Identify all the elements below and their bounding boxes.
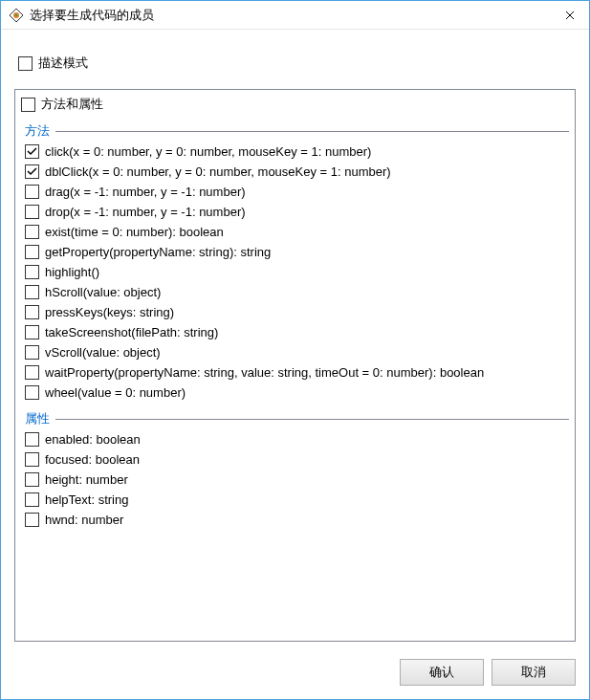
group-label: 属性 bbox=[25, 410, 50, 427]
list-item: wheel(value = 0: number) bbox=[25, 383, 569, 403]
item-label: wheel(value = 0: number) bbox=[45, 385, 186, 400]
close-icon bbox=[565, 11, 575, 20]
list-item: getProperty(propertyName: string): strin… bbox=[25, 242, 569, 262]
list-item: click(x = 0: number, y = 0: number, mous… bbox=[25, 142, 569, 162]
titlebar: 选择要生成代码的成员 bbox=[1, 1, 589, 30]
list-item: exist(time = 0: number): boolean bbox=[25, 222, 569, 242]
item-checkbox[interactable] bbox=[25, 164, 39, 179]
item-label: exist(time = 0: number): boolean bbox=[45, 225, 224, 239]
item-checkbox[interactable] bbox=[25, 365, 39, 380]
ok-button[interactable]: 确认 bbox=[400, 659, 484, 686]
group-label: 方法 bbox=[25, 122, 50, 140]
group-header: 属性 bbox=[25, 406, 569, 429]
item-label: helpText: string bbox=[45, 492, 128, 507]
list-item: takeScreenshot(filePath: string) bbox=[25, 322, 569, 342]
item-label: enabled: boolean bbox=[45, 432, 141, 447]
item-label: drag(x = -1: number, y = -1: number) bbox=[45, 185, 246, 199]
root-label: 方法和属性 bbox=[41, 96, 103, 113]
item-checkbox[interactable] bbox=[25, 472, 39, 487]
item-checkbox[interactable] bbox=[25, 144, 39, 159]
button-row: 确认 取消 bbox=[14, 642, 576, 686]
describe-mode-label: 描述模式 bbox=[38, 55, 88, 72]
item-checkbox[interactable] bbox=[25, 285, 39, 299]
item-checkbox[interactable] bbox=[25, 325, 39, 339]
item-checkbox[interactable] bbox=[25, 432, 39, 447]
list-item: height: number bbox=[25, 470, 569, 490]
close-button[interactable] bbox=[551, 1, 589, 30]
describe-mode-checkbox[interactable] bbox=[18, 56, 33, 71]
window-title: 选择要生成代码的成员 bbox=[30, 7, 551, 24]
group: 属性enabled: booleanfocused: booleanheight… bbox=[17, 403, 573, 530]
member-list[interactable]: 方法和属性 方法click(x = 0: number, y = 0: numb… bbox=[14, 89, 576, 642]
dialog-window: 选择要生成代码的成员 描述模式 方法和属性 方法click(x = 0: num… bbox=[0, 0, 590, 700]
group-header: 方法 bbox=[25, 119, 569, 142]
list-item: vScroll(value: object) bbox=[25, 342, 569, 362]
list-item: helpText: string bbox=[25, 490, 569, 510]
item-label: drop(x = -1: number, y = -1: number) bbox=[45, 205, 246, 219]
item-label: focused: boolean bbox=[45, 452, 140, 467]
cancel-button[interactable]: 取消 bbox=[492, 659, 576, 686]
list-item: highlight() bbox=[25, 262, 569, 282]
item-checkbox[interactable] bbox=[25, 305, 39, 319]
client-area: 描述模式 方法和属性 方法click(x = 0: number, y = 0:… bbox=[1, 30, 589, 699]
item-checkbox[interactable] bbox=[25, 345, 39, 360]
item-label: vScroll(value: object) bbox=[45, 345, 161, 360]
item-label: waitProperty(propertyName: string, value… bbox=[45, 365, 484, 380]
describe-mode-row: 描述模式 bbox=[18, 55, 576, 72]
item-label: takeScreenshot(filePath: string) bbox=[45, 325, 218, 339]
item-label: hScroll(value: object) bbox=[45, 285, 161, 299]
list-item: hScroll(value: object) bbox=[25, 282, 569, 302]
item-checkbox[interactable] bbox=[25, 513, 39, 527]
list-item: focused: boolean bbox=[25, 449, 569, 470]
item-label: dblClick(x = 0: number, y = 0: number, m… bbox=[45, 164, 391, 179]
list-item: dblClick(x = 0: number, y = 0: number, m… bbox=[25, 162, 569, 182]
list-item: drop(x = -1: number, y = -1: number) bbox=[25, 202, 569, 222]
item-checkbox[interactable] bbox=[25, 185, 39, 199]
item-checkbox[interactable] bbox=[25, 492, 39, 507]
list-item: pressKeys(keys: string) bbox=[25, 302, 569, 322]
item-checkbox[interactable] bbox=[25, 225, 39, 239]
item-checkbox[interactable] bbox=[25, 245, 39, 259]
svg-point-2 bbox=[15, 13, 17, 15]
item-checkbox[interactable] bbox=[25, 452, 39, 467]
group-rule bbox=[55, 131, 569, 132]
app-icon bbox=[9, 8, 24, 23]
item-label: height: number bbox=[45, 472, 128, 487]
item-label: highlight() bbox=[45, 265, 99, 279]
group-rule bbox=[55, 419, 569, 420]
item-label: getProperty(propertyName: string): strin… bbox=[45, 245, 271, 259]
item-checkbox[interactable] bbox=[25, 265, 39, 279]
groups-container: 方法click(x = 0: number, y = 0: number, mo… bbox=[17, 115, 573, 530]
group: 方法click(x = 0: number, y = 0: number, mo… bbox=[17, 115, 573, 403]
item-checkbox[interactable] bbox=[25, 385, 39, 400]
item-checkbox[interactable] bbox=[25, 205, 39, 219]
list-item: waitProperty(propertyName: string, value… bbox=[25, 362, 569, 383]
list-item: drag(x = -1: number, y = -1: number) bbox=[25, 182, 569, 202]
item-label: hwnd: number bbox=[45, 513, 123, 527]
item-label: pressKeys(keys: string) bbox=[45, 305, 174, 319]
list-item: enabled: boolean bbox=[25, 429, 569, 449]
root-item: 方法和属性 bbox=[17, 94, 573, 115]
item-label: click(x = 0: number, y = 0: number, mous… bbox=[45, 144, 371, 159]
list-item: hwnd: number bbox=[25, 510, 569, 530]
root-checkbox[interactable] bbox=[21, 98, 35, 112]
